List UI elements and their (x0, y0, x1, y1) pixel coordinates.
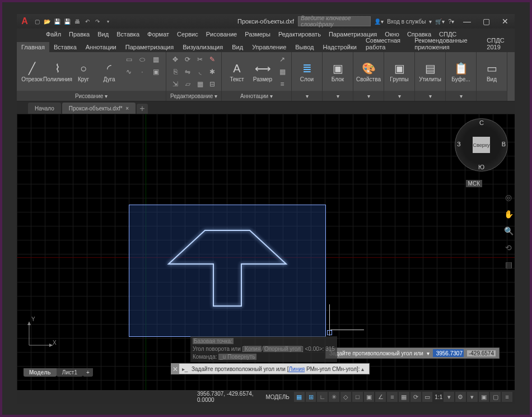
mirror-icon[interactable]: ⇋ (182, 66, 193, 77)
status-otrack-icon[interactable]: ∠ (375, 392, 386, 402)
layers-button[interactable]: ≣Слои (295, 54, 319, 89)
menu-edit[interactable]: Правка (65, 31, 94, 38)
status-annoscale-icon[interactable]: ▾ (444, 392, 454, 402)
table-icon[interactable]: ▦ (277, 66, 288, 77)
menu-view[interactable]: Вид (94, 31, 113, 38)
ribbon-tab-view[interactable]: Вид (227, 42, 248, 52)
maximize-button[interactable]: ▢ (477, 14, 496, 29)
ribbon-tab-featured[interactable]: Рекомендованные приложения (410, 35, 482, 52)
cmdline-recent-icon[interactable]: ▴ (361, 366, 369, 372)
close-button[interactable]: ✕ (496, 14, 515, 29)
point-icon[interactable]: · (137, 66, 148, 77)
tab-add-layout[interactable]: + (83, 368, 93, 377)
qat-open-icon[interactable]: 📂 (43, 17, 52, 26)
rotate-icon[interactable]: ⟳ (182, 54, 193, 65)
viewcube-south[interactable]: Ю (478, 164, 484, 170)
menu-dimension[interactable]: Размеры (241, 31, 274, 38)
tooltip-x-input[interactable] (433, 349, 464, 357)
ribbon-tab-parametric[interactable]: Параметризация (121, 42, 178, 52)
line-button[interactable]: ╱Отрезок (20, 54, 44, 89)
ribbon-tab-spds[interactable]: СПДС 2019 (482, 35, 515, 52)
utils-group-title[interactable]: ▾ (415, 91, 445, 101)
cmdline-handle-icon[interactable]: ⨯ (171, 364, 179, 374)
status-isodraft-icon[interactable]: ◇ (340, 392, 351, 402)
block-group-title[interactable]: ▾ (323, 91, 353, 101)
status-ortho-icon[interactable]: ∟ (317, 392, 328, 402)
menu-draw[interactable]: Рисование (202, 31, 241, 38)
hatch-icon[interactable]: ▦ (150, 54, 161, 65)
qat-save-icon[interactable]: 💾 (53, 17, 62, 26)
layers-group-title[interactable]: ▾ (292, 91, 322, 101)
ribbon-tab-addins[interactable]: Надстройки (319, 42, 361, 52)
viewcube-face-top[interactable]: Сверху (473, 137, 490, 153)
cart-icon[interactable]: 🛒▾ (435, 18, 445, 25)
ribbon-tab-home[interactable]: Главная (17, 42, 49, 52)
viewcube[interactable]: Сверху С Ю В З (455, 118, 508, 172)
menu-insert[interactable]: Вставка (113, 31, 143, 38)
utilities-button[interactable]: ▤Утилиты (418, 54, 442, 89)
ribbon-tab-collab[interactable]: Совместная работа (361, 35, 410, 52)
tab-new-button[interactable]: + (137, 104, 148, 114)
erase-icon[interactable]: ✎ (207, 54, 218, 65)
mtext-icon[interactable]: ≡ (277, 78, 288, 90)
nav-showmotion-icon[interactable]: ▤ (503, 260, 514, 270)
tab-model[interactable]: Модель (24, 368, 57, 377)
view-button[interactable]: ▭Вид (480, 54, 503, 89)
status-gear-icon[interactable]: ⚙ (455, 392, 466, 402)
login-link[interactable]: Вход в службы (387, 18, 426, 25)
tab-start[interactable]: Начало (28, 103, 61, 114)
tooltip-options-icon[interactable]: ▾ (427, 350, 430, 356)
nav-pan-icon[interactable]: ✋ (503, 209, 514, 219)
nav-wheel-icon[interactable]: ◎ (503, 192, 514, 202)
clip-group-title[interactable]: ▾ (446, 91, 476, 101)
arc-button[interactable]: ◜Дуга (97, 54, 121, 89)
drawing-canvas[interactable]: Сверху С Ю В З МСК ◎ ✋ 🔍 ⟲ ▤ X Y (17, 114, 515, 390)
groups-group-title[interactable]: ▾ (384, 91, 414, 101)
leader-icon[interactable]: ↗ (277, 54, 288, 65)
qat-print-icon[interactable]: 🖶 (73, 17, 82, 26)
status-customize-icon[interactable]: ≡ (502, 392, 512, 402)
array-icon[interactable]: ▦ (194, 78, 206, 90)
tab-document[interactable]: Прокси-объекты.dxf* × (62, 103, 136, 114)
cmdline-text[interactable]: Задайте противоположный угол или [Линия … (190, 366, 361, 372)
app-logo[interactable]: A (19, 16, 30, 27)
qat-more-icon[interactable] (103, 17, 112, 26)
ellipse-icon[interactable]: ⬭ (137, 54, 148, 65)
trim-icon[interactable]: ✂ (194, 54, 206, 65)
status-snap-icon[interactable]: ⊞ (306, 392, 316, 402)
modify-group-title[interactable]: Редактирование ▾ (166, 91, 221, 101)
block-button[interactable]: ▣Блок (326, 54, 349, 89)
ucs-name-label[interactable]: МСК (466, 180, 482, 187)
move-icon[interactable]: ✥ (170, 54, 181, 65)
exchange-icon[interactable]: ▾ (429, 18, 432, 25)
status-osnap-icon[interactable]: □ (352, 392, 363, 402)
qat-new-icon[interactable]: ▢ (32, 17, 41, 26)
rect-icon[interactable]: ▭ (123, 54, 134, 65)
ribbon-tab-output[interactable]: Вывод (291, 42, 318, 52)
menu-tools[interactable]: Сервис (173, 31, 202, 38)
polyline-button[interactable]: ⌇Полилиния (46, 54, 69, 89)
status-cycling-icon[interactable]: ⟳ (410, 392, 421, 402)
clipboard-button[interactable]: 📋Буфе... (449, 54, 473, 89)
offset-icon[interactable]: ⊟ (207, 78, 218, 90)
cmdline-prompt-icon[interactable]: ▸_ (179, 366, 190, 372)
scale-icon[interactable]: ▱ (182, 78, 193, 90)
status-monitor-icon[interactable]: ▣ (479, 392, 489, 402)
dimension-button[interactable]: ⟷Размер (251, 54, 274, 89)
status-3dosnap-icon[interactable]: ▣ (364, 392, 375, 402)
search-input[interactable]: Введите ключевое слово/фразу (298, 16, 371, 26)
status-transparency-icon[interactable]: ▦ (399, 392, 409, 402)
status-lineweight-icon[interactable]: ≡ (387, 392, 398, 402)
a360-icon[interactable]: 👤▾ (374, 18, 384, 25)
groups-button[interactable]: ▣Группы (388, 54, 411, 89)
nav-orbit-icon[interactable]: ⟲ (503, 243, 514, 253)
properties-button[interactable]: 🎨Свойства (357, 54, 380, 89)
minimize-button[interactable]: — (458, 14, 477, 29)
viewcube-north[interactable]: С (479, 119, 484, 126)
status-scale[interactable]: 1:1 (435, 394, 442, 400)
spline-icon[interactable]: ∿ (123, 66, 134, 77)
tab-layout1[interactable]: Лист1 (57, 368, 83, 377)
text-button[interactable]: AТекст (225, 54, 249, 89)
stretch-icon[interactable]: ⇲ (170, 78, 181, 90)
circle-button[interactable]: ○Круг (72, 54, 95, 89)
